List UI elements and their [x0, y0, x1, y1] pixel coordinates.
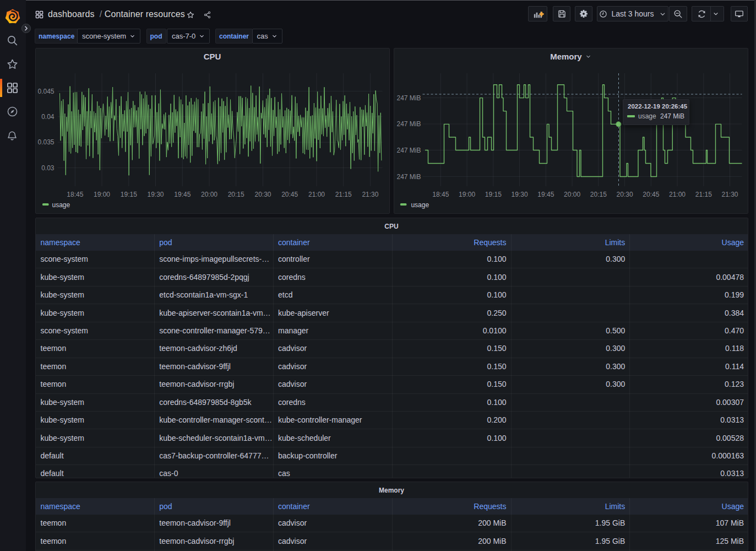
svg-text:20:45: 20:45: [281, 191, 298, 198]
svg-text:19:45: 19:45: [537, 191, 554, 198]
svg-text:0.04: 0.04: [41, 113, 55, 121]
svg-text:21:00: 21:00: [668, 191, 685, 198]
svg-text:usage: usage: [411, 201, 429, 209]
svg-text:20:30: 20:30: [616, 191, 633, 198]
svg-text:20:45: 20:45: [643, 191, 659, 198]
svg-text:0.045: 0.045: [37, 88, 54, 95]
svg-text:21:15: 21:15: [335, 191, 351, 198]
svg-text:247 MiB: 247 MiB: [396, 94, 421, 102]
svg-text:18:45: 18:45: [67, 191, 83, 198]
svg-text:247 MiB: 247 MiB: [396, 120, 421, 128]
svg-text:20:15: 20:15: [590, 191, 606, 198]
svg-text:21:15: 21:15: [695, 191, 711, 198]
svg-text:21:00: 21:00: [308, 191, 324, 198]
svg-text:usage: usage: [52, 201, 70, 209]
svg-text:20:00: 20:00: [200, 191, 217, 198]
svg-text:19:00: 19:00: [459, 191, 475, 198]
svg-text:0.035: 0.035: [37, 138, 54, 146]
svg-text:19:00: 19:00: [93, 191, 110, 198]
svg-text:19:30: 19:30: [147, 191, 164, 198]
svg-text:19:45: 19:45: [174, 191, 191, 198]
svg-text:247 MiB: 247 MiB: [396, 173, 421, 181]
svg-text:20:15: 20:15: [227, 191, 244, 198]
svg-text:19:30: 19:30: [511, 191, 527, 198]
svg-text:21:30: 21:30: [362, 191, 378, 198]
svg-text:247 MiB: 247 MiB: [396, 147, 421, 154]
svg-text:19:15: 19:15: [120, 191, 137, 198]
svg-text:18:45: 18:45: [432, 191, 449, 198]
svg-text:0.03: 0.03: [41, 164, 55, 172]
svg-text:21:30: 21:30: [721, 191, 738, 198]
svg-text:20:30: 20:30: [254, 191, 271, 198]
svg-text:20:00: 20:00: [564, 191, 580, 198]
svg-text:19:15: 19:15: [485, 191, 501, 198]
